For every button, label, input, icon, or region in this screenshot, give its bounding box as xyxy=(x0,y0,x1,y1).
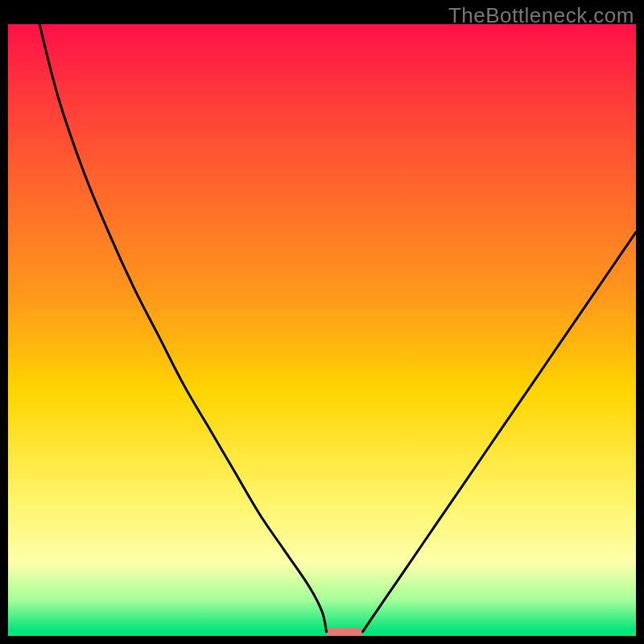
gradient-bg xyxy=(8,24,636,636)
marker-layer xyxy=(326,628,362,636)
chart-frame: TheBottleneck.com xyxy=(0,0,644,644)
chart-svg xyxy=(8,24,636,636)
plot-area xyxy=(8,24,636,636)
watermark-text: TheBottleneck.com xyxy=(448,3,634,28)
bottom-pill xyxy=(326,628,362,636)
